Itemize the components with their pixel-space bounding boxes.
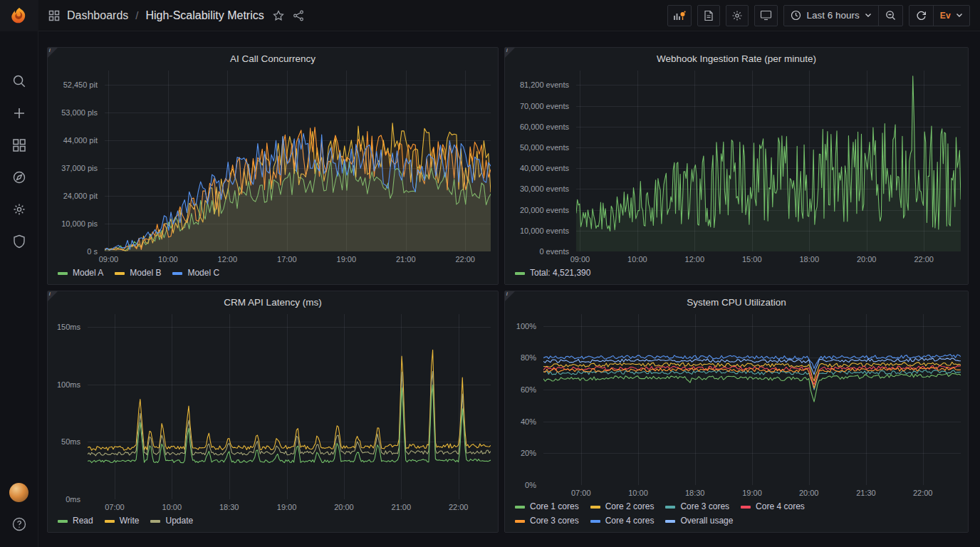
report-button[interactable] xyxy=(697,5,720,26)
time-range-label: Last 6 hours xyxy=(806,10,859,21)
legend-swatch xyxy=(172,272,182,275)
legend-swatch xyxy=(58,520,68,523)
x-axis-label: 19:00 xyxy=(742,489,762,497)
y-axis-label: 100ms xyxy=(57,380,80,389)
panel-ai-call-concurrency: i AI Call Concurrency 52,450 pit53,000 p… xyxy=(47,47,499,285)
legend-label: Model C xyxy=(187,267,219,279)
share-icon[interactable] xyxy=(293,10,304,21)
plot-area[interactable]: 09:0010:0012:0017:0019:0021:0022:00 xyxy=(105,71,494,266)
panel-title[interactable]: Webhook Ingestion Rate (per minute) xyxy=(657,53,816,64)
x-axis-label: 20:00 xyxy=(334,503,354,511)
legend-item[interactable]: Core 2 cores xyxy=(590,501,655,513)
legend-swatch xyxy=(105,520,115,523)
panel-grid: i AI Call Concurrency 52,450 pit53,000 p… xyxy=(47,47,969,533)
legend-item[interactable]: Model C xyxy=(172,267,219,279)
chart-canvas[interactable] xyxy=(88,314,491,499)
legend-item[interactable]: Model A xyxy=(58,267,103,279)
panel-info-corner[interactable]: i xyxy=(505,48,515,58)
legend-label: Read xyxy=(73,515,93,527)
breadcrumb-separator: / xyxy=(135,9,138,21)
y-axis-label: 40,000 events xyxy=(520,164,569,172)
refresh-icon xyxy=(916,10,927,21)
chart-canvas[interactable] xyxy=(576,71,961,251)
legend-label: Core 3 cores xyxy=(680,501,729,513)
legend-item[interactable]: Core 1 cores xyxy=(515,501,579,513)
plot-area[interactable]: 07:0010:0018:3019:0020:0021:0022:00 xyxy=(88,314,494,514)
legend-item[interactable]: Model B xyxy=(115,267,161,279)
x-axis-label: 18:30 xyxy=(219,503,239,511)
x-axis-label: 22:00 xyxy=(913,489,933,497)
panel-info-corner[interactable]: i xyxy=(505,291,515,301)
chart-canvas[interactable] xyxy=(105,71,491,251)
legend-item[interactable]: Core 3 cores xyxy=(665,501,729,513)
user-avatar[interactable] xyxy=(5,478,33,506)
panel-title[interactable]: AI Call Concurrency xyxy=(230,53,316,64)
legend-item[interactable]: Core 4 cores xyxy=(590,515,655,527)
legend-swatch xyxy=(665,520,675,523)
breadcrumb-dashboards[interactable]: Dashboards xyxy=(67,9,128,22)
refresh-interval-dropdown[interactable]: Ev xyxy=(933,6,969,26)
legend-swatch xyxy=(741,506,751,509)
x-axis-label: 18:00 xyxy=(799,255,819,264)
legend-swatch xyxy=(515,272,525,275)
analytics-button[interactable] xyxy=(667,5,692,26)
kiosk-mode-button[interactable] xyxy=(754,5,778,26)
refresh-button[interactable] xyxy=(909,6,933,26)
legend-swatch xyxy=(150,520,160,523)
plot-area[interactable]: 09:0010:0012:0015:0018:0020:0022:00 xyxy=(576,71,964,266)
help-icon[interactable] xyxy=(5,510,33,538)
y-axis-label: 81,200 events xyxy=(520,80,569,89)
legend-item[interactable]: Core 3 cores xyxy=(515,515,579,527)
legend-label: Total: 4,521,390 xyxy=(530,267,590,279)
panel-info-corner[interactable]: i xyxy=(48,48,58,58)
panel-title[interactable]: System CPU Utilization xyxy=(687,297,786,308)
grafana-logo[interactable] xyxy=(0,0,38,31)
breadcrumb: Dashboards / High-Scalability Metrics xyxy=(48,9,304,22)
y-axis-label: 100% xyxy=(516,322,536,330)
time-range-picker[interactable]: Last 6 hours xyxy=(784,6,877,26)
y-axis-label: 0 events xyxy=(539,247,569,256)
clock-icon xyxy=(791,10,801,21)
legend-label: Core 3 cores xyxy=(530,515,579,527)
star-icon[interactable] xyxy=(273,10,284,21)
panel-title[interactable]: CRM API Latency (ms) xyxy=(224,297,321,308)
y-axis-label: 50,000 events xyxy=(520,143,569,152)
legend-item[interactable]: Update xyxy=(150,515,193,527)
legend: Total: 4,521,390 xyxy=(505,266,968,284)
apps-grid-icon[interactable] xyxy=(48,10,60,21)
dashboard-settings-button[interactable] xyxy=(726,5,749,26)
search-icon[interactable] xyxy=(5,67,33,95)
x-axis-label: 12:00 xyxy=(685,255,705,264)
time-picker-group: Last 6 hours xyxy=(783,5,902,26)
legend: Core 1 coresCore 2 coresCore 3 coresCore… xyxy=(505,499,840,532)
legend-label: Write xyxy=(120,515,140,527)
legend-item[interactable]: Read xyxy=(58,515,93,527)
legend-label: Core 4 cores xyxy=(605,515,655,527)
shield-icon[interactable] xyxy=(5,227,33,256)
configuration-gear-icon[interactable] xyxy=(5,195,33,224)
y-axis-label: 60,000 events xyxy=(520,123,569,131)
legend: Model AModel BModel C xyxy=(48,266,498,284)
legend-item[interactable]: Total: 4,521,390 xyxy=(515,267,590,279)
refresh-interval-label: Ev xyxy=(940,11,951,21)
chart-canvas[interactable] xyxy=(543,314,961,485)
legend-item[interactable]: Overall usage xyxy=(665,515,733,527)
legend-label: Overall usage xyxy=(680,515,733,527)
panel-info-corner[interactable]: i xyxy=(48,291,58,301)
plot-area[interactable]: 07:0010:0018:3019:0020:0021:3022:00 xyxy=(543,314,964,499)
x-axis: 09:0010:0012:0017:0019:0021:0022:00 xyxy=(105,251,491,266)
y-axis-label: 10,000 pis xyxy=(61,219,98,228)
explore-compass-icon[interactable] xyxy=(5,163,33,192)
panel-webhook-ingestion-rate: i Webhook Ingestion Rate (per minute) 81… xyxy=(504,47,969,285)
zoom-out-button[interactable] xyxy=(878,6,902,26)
avatar xyxy=(9,483,28,502)
legend-swatch xyxy=(515,506,525,509)
y-axis-label: 44,000 pit xyxy=(63,136,98,145)
plus-icon[interactable] xyxy=(5,99,33,127)
legend-item[interactable]: Core 4 cores xyxy=(741,501,805,513)
x-axis-label: 07:00 xyxy=(105,503,125,511)
dashboards-icon[interactable] xyxy=(5,131,33,160)
legend-item[interactable]: Write xyxy=(105,515,140,527)
x-axis-label: 10:00 xyxy=(628,489,648,497)
x-axis-label: 07:00 xyxy=(571,489,591,497)
